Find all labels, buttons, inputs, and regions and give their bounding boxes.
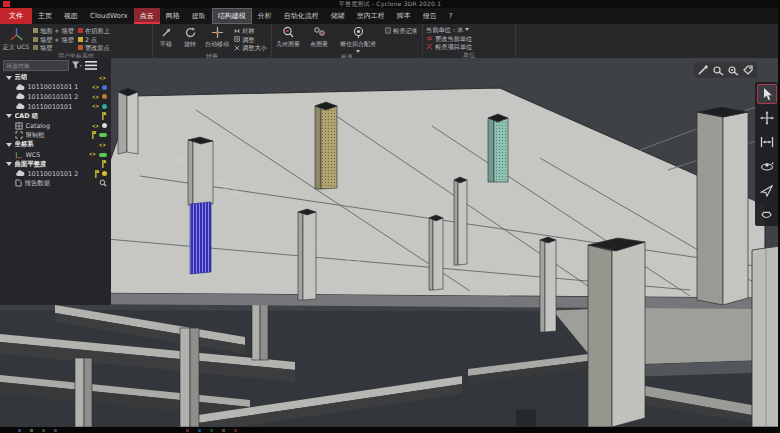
orbit-rotate-icon bbox=[760, 160, 774, 173]
tab-home[interactable]: 主页 bbox=[32, 8, 58, 24]
mirror-button[interactable]: 对称 bbox=[234, 27, 267, 35]
measure-pen-icon[interactable] bbox=[697, 64, 709, 76]
tab-cloudworx[interactable]: CloudWorx bbox=[84, 8, 134, 24]
walk-navigate-button[interactable] bbox=[758, 205, 776, 223]
tree-group-clouds[interactable]: 云组 bbox=[0, 73, 111, 83]
taskbar-strip[interactable] bbox=[0, 427, 780, 433]
visibility-eye-icon[interactable] bbox=[88, 151, 97, 158]
tree-item-report-data[interactable]: 报告数据 bbox=[0, 179, 111, 189]
resize-button[interactable]: 调整大小 bbox=[234, 44, 267, 52]
visibility-flag-icon[interactable] bbox=[101, 160, 107, 168]
wall-wall-icon bbox=[33, 37, 38, 42]
visibility-flag-icon[interactable] bbox=[94, 170, 100, 178]
current-unit-dropdown[interactable]: 当前单位：米 bbox=[426, 26, 469, 34]
tab-meshes[interactable]: 网格 bbox=[160, 8, 186, 24]
expand-caret-icon[interactable] bbox=[6, 162, 12, 166]
visibility-eye-icon[interactable] bbox=[98, 142, 107, 149]
ucs-wall-wall-button[interactable]: 墙壁 + 墙壁 bbox=[33, 36, 74, 44]
taskbar-icon[interactable] bbox=[186, 429, 189, 432]
viewport-3d[interactable] bbox=[0, 58, 780, 427]
ucs-wall-button[interactable]: 墙壁 bbox=[33, 44, 74, 52]
adjust-button[interactable]: 调整 bbox=[234, 36, 267, 44]
walk-navigate-icon bbox=[760, 209, 773, 220]
visibility-eye-icon[interactable] bbox=[91, 123, 100, 130]
tab-help[interactable]: ? bbox=[443, 8, 459, 24]
tab-report[interactable]: 报告 bbox=[417, 8, 443, 24]
tree-item-flatness-cloud[interactable]: 10110010101 2 bbox=[0, 169, 111, 179]
tree-item-cloud-3[interactable]: 10110010101 bbox=[0, 102, 111, 112]
taskbar-icon[interactable] bbox=[210, 429, 213, 432]
expand-caret-icon[interactable] bbox=[6, 143, 12, 147]
geometric-measure-icon bbox=[282, 26, 295, 39]
tree-item-cloud-2[interactable]: 10110010101 2 bbox=[0, 92, 111, 102]
tab-view[interactable]: 视图 bbox=[58, 8, 84, 24]
tree-item-cloud-1[interactable]: 10110010101 1 bbox=[0, 83, 111, 93]
geometric-measure-button[interactable]: 几何测量 bbox=[275, 26, 301, 49]
tab-scripts[interactable]: 脚本 bbox=[391, 8, 417, 24]
rotate-button[interactable]: 旋转 bbox=[180, 26, 200, 49]
visibility-eye-icon[interactable] bbox=[91, 103, 100, 110]
tab-structure-modeling[interactable]: 结构建模 bbox=[212, 8, 252, 24]
taskbar-icon[interactable] bbox=[30, 429, 33, 432]
ucs-change-origin-button[interactable]: 更改原点 bbox=[78, 44, 110, 52]
orbit-rotate-button[interactable] bbox=[758, 157, 776, 175]
inspect-point-icon[interactable] bbox=[712, 64, 724, 76]
visibility-flag-icon[interactable] bbox=[101, 112, 107, 120]
tab-automation-flow[interactable]: 自动化流程 bbox=[278, 8, 325, 24]
tree-item-catalog[interactable]: Catalog bbox=[0, 121, 111, 131]
check-project-units-button[interactable]: 检查项目单位 bbox=[426, 43, 472, 51]
resize-icon bbox=[234, 45, 240, 51]
tab-tanks[interactable]: 储罐 bbox=[325, 8, 351, 24]
filter-input[interactable] bbox=[3, 60, 69, 71]
check-units-icon bbox=[426, 43, 433, 50]
best-fit-icon bbox=[352, 26, 365, 39]
expand-caret-icon[interactable] bbox=[6, 114, 12, 118]
taskbar-icon[interactable] bbox=[18, 429, 21, 432]
navigation-toolbar bbox=[755, 82, 778, 226]
pan-move-button[interactable] bbox=[758, 109, 776, 127]
tab-interior-engineering[interactable]: 室内工程 bbox=[351, 8, 391, 24]
tree-group-surface-flatness[interactable]: 曲面平整度 bbox=[0, 159, 111, 169]
tree-group-cad[interactable]: CAD 组 bbox=[0, 111, 111, 121]
filter-funnel-icon[interactable] bbox=[72, 61, 82, 70]
taskbar-icon[interactable] bbox=[54, 429, 57, 432]
visibility-eye-icon[interactable] bbox=[91, 84, 100, 91]
change-unit-button[interactable]: 更改当前单位 bbox=[426, 35, 472, 43]
selected-cloud-column[interactable] bbox=[188, 137, 213, 274]
tab-file[interactable]: 文件 bbox=[0, 8, 32, 24]
ribbon-group-ucs: 定义 UCS 地面 + 墙壁 墙壁 + 墙壁 墙壁 bbox=[0, 24, 153, 58]
section-cube-icon bbox=[78, 28, 83, 33]
taskbar-icon[interactable] bbox=[222, 429, 225, 432]
fit-width-button[interactable] bbox=[758, 133, 776, 151]
tree-item-limit-box[interactable]: 限制框 bbox=[0, 131, 111, 141]
color-swatch bbox=[102, 94, 107, 99]
inspection-record-button[interactable]: 检查记录 bbox=[385, 27, 418, 35]
define-ucs-button[interactable]: 定义 UCS bbox=[3, 26, 29, 52]
tab-analysis[interactable]: 分析 bbox=[252, 8, 278, 24]
fly-navigate-icon bbox=[760, 184, 773, 197]
auto-move-button[interactable]: 自动移动 bbox=[204, 26, 230, 49]
taskbar-icon[interactable] bbox=[234, 429, 237, 432]
ucs-ground-wall-button[interactable]: 地面 + 墙壁 bbox=[33, 27, 74, 35]
tab-clouds[interactable]: 点云 bbox=[134, 8, 160, 24]
best-fit-align-button[interactable]: 最佳拟合配准 bbox=[337, 26, 379, 53]
visibility-eye-icon[interactable] bbox=[98, 75, 107, 82]
ucs-on-section-button[interactable]: 在切面上 bbox=[78, 27, 110, 35]
select-cursor-button[interactable] bbox=[758, 85, 776, 103]
label-tag-icon[interactable] bbox=[742, 64, 754, 76]
point-measure-button[interactable]: 点测量 bbox=[307, 26, 331, 49]
ucs-two-points-button[interactable]: 2 点 bbox=[78, 36, 110, 44]
tab-extract[interactable]: 提取 bbox=[186, 8, 212, 24]
visibility-flag-icon[interactable] bbox=[91, 131, 97, 139]
visibility-eye-icon[interactable] bbox=[91, 94, 100, 101]
fly-navigate-button[interactable] bbox=[758, 181, 776, 199]
tree-group-coordinate-systems[interactable]: 坐标系 bbox=[0, 140, 111, 150]
taskbar-icon[interactable] bbox=[198, 429, 201, 432]
inspect-surface-icon[interactable] bbox=[727, 64, 739, 76]
expand-caret-icon[interactable] bbox=[6, 76, 12, 80]
panel-menu-icon[interactable] bbox=[85, 61, 97, 70]
taskbar-icon[interactable] bbox=[42, 429, 45, 432]
translate-button[interactable]: 平移 bbox=[156, 26, 176, 49]
tree-item-wcs[interactable]: WCS bbox=[0, 150, 111, 160]
magnifier-icon[interactable] bbox=[99, 179, 107, 187]
